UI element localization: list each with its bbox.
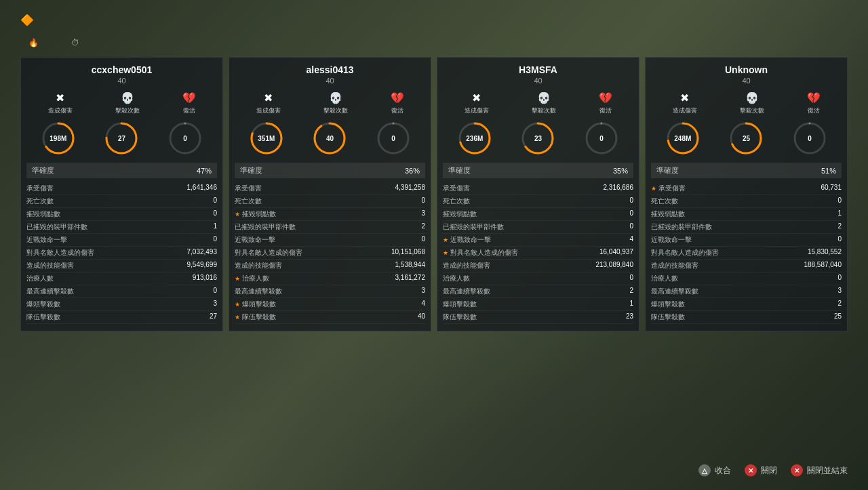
player-card-3: Unknown 40 ✖ 造成傷害 💀 擊殺次數 💔 復活 248M	[645, 57, 848, 331]
accuracy-row-3: 準確度 51%	[651, 163, 842, 178]
stat-name-0-5: 對具名敵人造成的傷害	[26, 248, 94, 258]
stat-row-1-9: ★爆頭擊殺數 4	[235, 298, 425, 311]
circles-row-3: 248M 25 0	[651, 121, 842, 156]
stat-name-1-0: 承受傷害	[235, 184, 262, 193]
damage-icon-3: ✖	[680, 91, 689, 104]
stat-name-3-2: 摧毀弱點數	[651, 209, 685, 219]
stat-val-1-10: 40	[418, 312, 425, 322]
stat-row-0-8: 最高連續擊殺數 0	[26, 285, 217, 298]
stat-val-3-6: 188,587,040	[804, 261, 842, 270]
damage-circle-2: 236M	[457, 121, 492, 156]
stat-name-3-8: 最高連續擊殺數	[651, 287, 698, 296]
stat-row-3-8: 最高連續擊殺數 3	[651, 285, 842, 298]
player-level-1: 40	[235, 77, 425, 85]
accuracy-row-0: 準確度 47%	[26, 163, 217, 178]
stat-row-0-5: 對具名敵人造成的傷害 7,032,493	[26, 247, 217, 260]
stat-name-2-9: 爆頭擊殺數	[443, 300, 477, 309]
stat-val-1-8: 3	[421, 287, 425, 296]
stat-name-0-1: 死亡次數	[26, 197, 54, 206]
stat-val-0-7: 913,016	[193, 274, 217, 283]
revive-icon-0: 💔	[182, 91, 196, 104]
stats-icons-row-1: ✖ 造成傷害 💀 擊殺次數 💔 復活	[235, 91, 425, 115]
sub-header: 🔥 ⏱	[20, 38, 848, 47]
btn-close-end[interactable]: ✕ 關閉並結束	[791, 464, 848, 476]
circles-row-1: 351M 40 0	[235, 121, 425, 156]
stat-row-2-10: 隊伍擊殺數 23	[443, 311, 633, 324]
mission-icon: 🔶	[20, 14, 39, 33]
stat-val-0-10: 27	[210, 312, 217, 322]
damage-value-1: 351M	[249, 121, 284, 156]
stat-name-0-0: 承受傷害	[26, 184, 54, 193]
stat-name-0-6: 造成的技能傷害	[26, 261, 74, 270]
kills-circle-0: 27	[104, 121, 139, 156]
stat-val-2-9: 1	[629, 300, 633, 309]
stat-val-3-4: 0	[837, 235, 842, 245]
revive-value-0: 0	[167, 121, 203, 156]
stat-name-3-9: 爆頭擊殺數	[651, 300, 685, 309]
stat-name-1-9: ★爆頭擊殺數	[235, 300, 276, 309]
stat-row-1-2: ★摧毀弱點數 3	[235, 208, 425, 221]
stat-row-2-1: 死亡次數 0	[443, 195, 633, 208]
stat-name-2-2: 摧毀弱點數	[443, 209, 477, 219]
revive-label-2: 復活	[599, 106, 612, 115]
stat-name-0-7: 治療人數	[26, 274, 54, 283]
stat-name-0-10: 隊伍擊殺數	[26, 312, 60, 322]
stat-row-0-0: 承受傷害 1,641,346	[26, 182, 217, 195]
main-container: 🔶 🔥 ⏱ ccxchew0501 40 ✖ 造成傷害 💀 擊殺次數 💔 復活	[0, 0, 868, 490]
stat-row-0-2: 摧毀弱點數 0	[26, 208, 217, 221]
stat-name-2-8: 最高連續擊殺數	[443, 287, 490, 296]
stat-val-2-1: 0	[629, 197, 633, 206]
stat-name-1-2: ★摧毀弱點數	[235, 209, 276, 219]
stat-val-3-3: 2	[837, 222, 842, 232]
stat-name-1-1: 死亡次數	[235, 197, 262, 206]
star-marker: ★	[235, 275, 240, 282]
stat-name-1-6: 造成的技能傷害	[235, 261, 282, 270]
stat-row-3-9: 爆頭擊殺數 2	[651, 298, 842, 311]
accuracy-row-2: 準確度 35%	[443, 163, 633, 178]
star-marker: ★	[443, 237, 448, 243]
star-marker: ★	[235, 314, 240, 321]
stat-name-0-2: 摧毀弱點數	[26, 209, 60, 219]
stat-row-3-5: 對具名敵人造成的傷害 15,830,552	[651, 247, 842, 260]
stat-row-3-0: ★承受傷害 60,731	[651, 182, 842, 195]
revive-circle-3: 0	[792, 121, 827, 156]
stat-val-1-4: 0	[421, 235, 425, 245]
stat-name-1-10: ★隊伍擊殺數	[235, 312, 276, 322]
stat-row-2-7: 治療人數 0	[443, 272, 633, 285]
stat-row-3-1: 死亡次數 0	[651, 195, 842, 208]
player-name-3: Unknown	[651, 64, 842, 75]
stat-name-2-3: 已摧毀的裝甲部件數	[443, 222, 504, 232]
stat-row-2-8: 最高連續擊殺數 2	[443, 285, 633, 298]
header: 🔶	[20, 14, 848, 33]
revive-circle-2: 0	[584, 121, 619, 156]
stat-val-3-10: 25	[834, 312, 842, 322]
stat-name-1-3: 已摧毀的裝甲部件數	[235, 222, 296, 232]
star-marker: ★	[235, 301, 240, 308]
btn-collapse[interactable]: △ 收合	[698, 464, 731, 476]
stat-name-2-7: 治療人數	[443, 274, 470, 283]
stat-val-1-1: 0	[421, 197, 425, 206]
stat-name-3-7: 治療人數	[651, 274, 678, 283]
star-marker: ★	[651, 185, 656, 192]
btn-close[interactable]: ✕ 關閉	[745, 464, 777, 476]
stat-row-0-9: 爆頭擊殺數 3	[26, 298, 217, 311]
stat-name-2-0: 承受傷害	[443, 184, 470, 193]
stat-val-0-5: 7,032,493	[187, 248, 218, 258]
stat-row-3-7: 治療人數 0	[651, 272, 842, 285]
stat-row-1-3: 已摧毀的裝甲部件數 2	[235, 221, 425, 234]
kills-value-2: 23	[520, 121, 555, 156]
kills-label-1: 擊殺次數	[323, 106, 348, 115]
stat-row-1-1: 死亡次數 0	[235, 195, 425, 208]
accuracy-value-1: 36%	[405, 167, 420, 175]
stat-val-2-5: 16,040,937	[599, 248, 633, 258]
stat-val-2-2: 0	[629, 209, 633, 219]
stat-row-1-6: 造成的技能傷害 1,538,944	[235, 260, 425, 272]
stat-name-0-8: 最高連續擊殺數	[26, 287, 74, 296]
stat-row-2-4: ★近戰致命一擊 4	[443, 234, 633, 247]
stat-val-1-7: 3,161,272	[395, 274, 426, 283]
revive-icon-col-1: 💔 復活	[391, 91, 404, 115]
stats-icons-row-0: ✖ 造成傷害 💀 擊殺次數 💔 復活	[26, 91, 217, 115]
kills-icon-col-1: 💀 擊殺次數	[323, 91, 348, 115]
player-card-0: ccxchew0501 40 ✖ 造成傷害 💀 擊殺次數 💔 復活	[20, 57, 223, 331]
stat-row-2-3: 已摧毀的裝甲部件數 0	[443, 221, 633, 234]
